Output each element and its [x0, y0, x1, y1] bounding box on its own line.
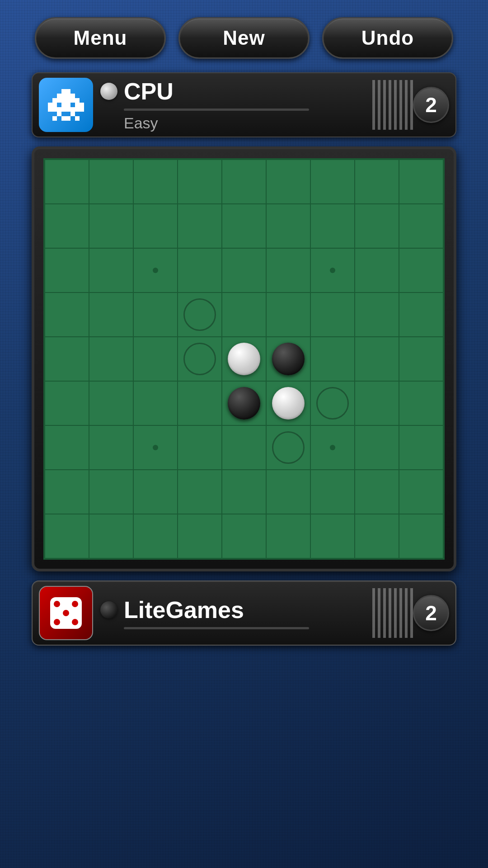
board-cell[interactable]: [355, 204, 399, 248]
board-cell[interactable]: [355, 425, 399, 470]
board-cell[interactable]: [133, 425, 178, 470]
board-cell[interactable]: [355, 337, 399, 381]
board-cell[interactable]: [45, 204, 89, 248]
board-cell[interactable]: [310, 514, 355, 558]
board-cell[interactable]: [133, 160, 178, 204]
board-cell[interactable]: [266, 381, 310, 425]
board-cell[interactable]: [222, 425, 266, 470]
board-cell[interactable]: [45, 425, 89, 470]
white-disc: [272, 387, 305, 420]
board-cell[interactable]: [310, 248, 355, 292]
board-cell[interactable]: [266, 337, 310, 381]
board-cell[interactable]: [355, 160, 399, 204]
cpu-progress: [124, 108, 309, 111]
board-cell[interactable]: [89, 292, 133, 337]
game-board[interactable]: [43, 158, 445, 560]
board-cell[interactable]: [266, 292, 310, 337]
board-cell[interactable]: [399, 514, 443, 558]
board-cell[interactable]: [310, 470, 355, 514]
board-cell[interactable]: [399, 292, 443, 337]
svg-rect-28: [52, 116, 57, 121]
board-cell[interactable]: [89, 470, 133, 514]
board-cell[interactable]: [266, 470, 310, 514]
undo-button[interactable]: Undo: [322, 17, 453, 59]
board-cell[interactable]: [355, 514, 399, 558]
svg-rect-12: [48, 103, 52, 107]
board-cell[interactable]: [89, 425, 133, 470]
board-cell[interactable]: [222, 470, 266, 514]
board-cell[interactable]: [178, 160, 222, 204]
board-cell[interactable]: [310, 337, 355, 381]
menu-button[interactable]: Menu: [35, 17, 166, 59]
board-cell[interactable]: [178, 204, 222, 248]
board-cell[interactable]: [310, 292, 355, 337]
board-cell[interactable]: [355, 248, 399, 292]
board-cell[interactable]: [133, 248, 178, 292]
board-cell[interactable]: [178, 248, 222, 292]
board-cell[interactable]: [222, 204, 266, 248]
board-cell[interactable]: [89, 381, 133, 425]
black-disc: [272, 343, 305, 375]
board-cell[interactable]: [222, 248, 266, 292]
board-cell[interactable]: [222, 160, 266, 204]
litegames-avatar: [39, 586, 93, 640]
board-cell[interactable]: [45, 470, 89, 514]
board-cell[interactable]: [45, 292, 89, 337]
board-cell[interactable]: [133, 292, 178, 337]
board-cell[interactable]: [133, 381, 178, 425]
board-cell[interactable]: [133, 337, 178, 381]
board-cell[interactable]: [178, 470, 222, 514]
cpu-name: CPU: [124, 78, 174, 105]
board-cell[interactable]: [266, 248, 310, 292]
board-cell[interactable]: [399, 381, 443, 425]
board-cell[interactable]: [310, 160, 355, 204]
board-cell[interactable]: [133, 514, 178, 558]
svg-rect-9: [66, 98, 70, 103]
board-cell[interactable]: [45, 248, 89, 292]
board-cell[interactable]: [222, 381, 266, 425]
board-cell[interactable]: [89, 514, 133, 558]
board-cell[interactable]: [399, 248, 443, 292]
board-cell[interactable]: [222, 337, 266, 381]
svg-rect-24: [75, 107, 80, 112]
board-cell[interactable]: [178, 381, 222, 425]
board-cell[interactable]: [399, 160, 443, 204]
board-cell[interactable]: [178, 337, 222, 381]
board-cell[interactable]: [310, 381, 355, 425]
board-cell[interactable]: [45, 160, 89, 204]
board-cell[interactable]: [178, 425, 222, 470]
board-cell[interactable]: [45, 337, 89, 381]
board-cell[interactable]: [222, 292, 266, 337]
board-cell[interactable]: [45, 514, 89, 558]
board-cell[interactable]: [266, 514, 310, 558]
board-cell[interactable]: [266, 204, 310, 248]
board-cell[interactable]: [355, 292, 399, 337]
svg-rect-18: [48, 107, 52, 112]
board-cell[interactable]: [89, 337, 133, 381]
cpu-score-stripes: [372, 80, 413, 130]
board-cell[interactable]: [266, 425, 310, 470]
svg-rect-16: [75, 103, 80, 107]
board-cell[interactable]: [178, 514, 222, 558]
board-cell[interactable]: [178, 292, 222, 337]
litegames-score-stripes: [372, 588, 413, 638]
svg-rect-29: [61, 116, 66, 121]
board-cell[interactable]: [399, 204, 443, 248]
board-cell[interactable]: [45, 381, 89, 425]
board-cell[interactable]: [399, 425, 443, 470]
svg-rect-19: [52, 107, 57, 112]
board-cell[interactable]: [266, 160, 310, 204]
board-cell[interactable]: [89, 204, 133, 248]
board-cell[interactable]: [399, 470, 443, 514]
board-cell[interactable]: [89, 160, 133, 204]
board-cell[interactable]: [133, 470, 178, 514]
board-cell[interactable]: [89, 248, 133, 292]
board-cell[interactable]: [399, 337, 443, 381]
board-cell[interactable]: [222, 514, 266, 558]
new-button[interactable]: New: [178, 17, 310, 59]
board-cell[interactable]: [310, 425, 355, 470]
board-cell[interactable]: [355, 470, 399, 514]
board-cell[interactable]: [310, 204, 355, 248]
board-cell[interactable]: [133, 204, 178, 248]
board-cell[interactable]: [355, 381, 399, 425]
